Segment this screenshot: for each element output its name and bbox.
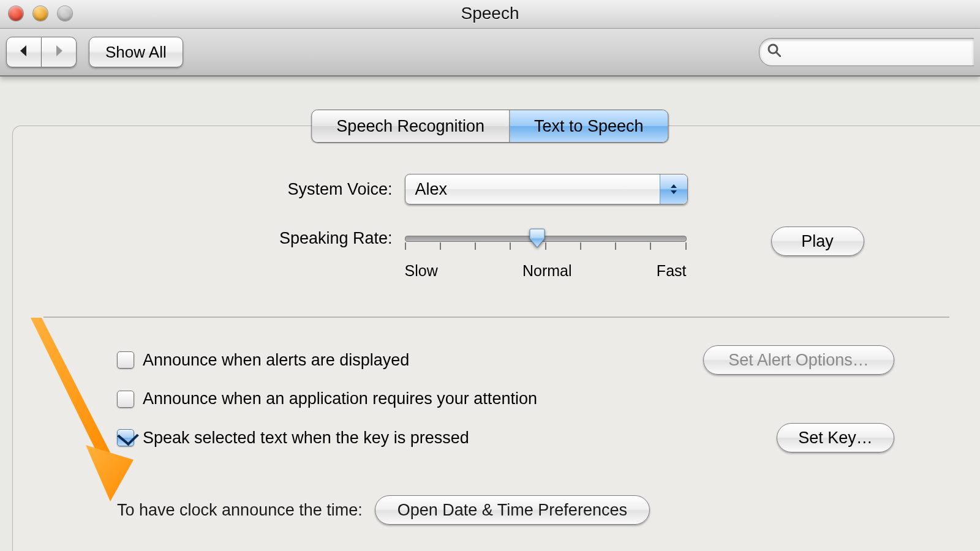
svg-marker-4	[671, 184, 677, 188]
slider-label-fast: Fast	[657, 262, 687, 280]
nav-group	[6, 37, 77, 67]
play-button-wrap: Play	[771, 227, 864, 256]
slider-label-slow: Slow	[405, 262, 438, 280]
tab-text-to-speech[interactable]: Text to Speech	[509, 110, 668, 142]
announce-alerts-label: Announce when alerts are displayed	[143, 351, 409, 370]
speaking-rate-slider[interactable]	[405, 227, 687, 251]
search-input[interactable]	[759, 38, 974, 66]
clock-row: To have clock announce the time: Open Da…	[117, 495, 980, 525]
svg-marker-1	[56, 45, 62, 56]
body-area: Speech Recognition Text to Speech System…	[0, 77, 980, 551]
announce-app-attention-label: Announce when an application requires yo…	[143, 389, 537, 408]
show-all-button[interactable]: Show All	[89, 37, 183, 67]
show-all-label: Show All	[105, 43, 167, 62]
slider-label-normal: Normal	[522, 262, 572, 280]
divider	[43, 317, 949, 318]
play-button[interactable]: Play	[771, 227, 864, 256]
back-button[interactable]	[6, 37, 42, 67]
set-key-label: Set Key…	[798, 429, 873, 448]
open-date-time-button[interactable]: Open Date & Time Preferences	[375, 495, 650, 525]
system-voice-popup[interactable]: Alex	[405, 174, 688, 204]
svg-marker-0	[20, 45, 26, 56]
tab-label: Text to Speech	[534, 117, 644, 136]
tabs: Speech Recognition Text to Speech	[311, 110, 668, 143]
search-icon	[767, 43, 781, 61]
speaking-rate-label: Speaking Rate:	[129, 227, 405, 248]
slider-labels: Slow Normal Fast	[405, 262, 687, 280]
speak-selected-row: Speak selected text when the key is pres…	[117, 423, 980, 452]
title-bar: Speech	[0, 0, 980, 29]
system-voice-row: System Voice: Alex	[129, 174, 864, 204]
announce-app-attention-row: Announce when an application requires yo…	[117, 389, 980, 408]
speaking-rate-slider-block: Slow Normal Fast	[405, 227, 687, 280]
announce-alerts-checkbox[interactable]	[117, 351, 134, 369]
speak-selected-label: Speak selected text when the key is pres…	[143, 429, 469, 448]
announce-alerts-row: Announce when alerts are displayed Set A…	[117, 345, 980, 375]
open-date-time-label: Open Date & Time Preferences	[398, 501, 627, 520]
search-wrap	[759, 38, 974, 66]
speak-selected-checkbox[interactable]	[117, 429, 134, 446]
tab-speech-recognition[interactable]: Speech Recognition	[312, 110, 509, 142]
svg-line-3	[776, 52, 780, 56]
speaking-rate-row: Speaking Rate:	[129, 227, 864, 280]
set-alert-options-label: Set Alert Options…	[728, 351, 869, 370]
play-button-label: Play	[801, 232, 834, 251]
set-key-button[interactable]: Set Key…	[777, 423, 894, 452]
chevron-left-icon	[18, 43, 30, 62]
form-rows: System Voice: Alex Speaking Rate:	[129, 174, 864, 280]
window-title: Speech	[0, 4, 980, 23]
forward-button[interactable]	[42, 37, 77, 67]
toolbar: Show All	[0, 29, 980, 77]
announce-app-attention-checkbox[interactable]	[117, 391, 134, 408]
popup-arrows-icon	[660, 174, 687, 204]
system-voice-value: Alex	[405, 180, 448, 199]
system-voice-label: System Voice:	[129, 180, 405, 199]
set-alert-options-button[interactable]: Set Alert Options…	[703, 345, 894, 375]
tab-label: Speech Recognition	[336, 117, 484, 136]
slider-thumb-icon[interactable]	[529, 228, 546, 247]
clock-label: To have clock announce the time:	[117, 501, 363, 520]
chevron-right-icon	[53, 43, 65, 62]
panel: System Voice: Alex Speaking Rate:	[12, 126, 980, 551]
svg-marker-5	[671, 190, 677, 194]
